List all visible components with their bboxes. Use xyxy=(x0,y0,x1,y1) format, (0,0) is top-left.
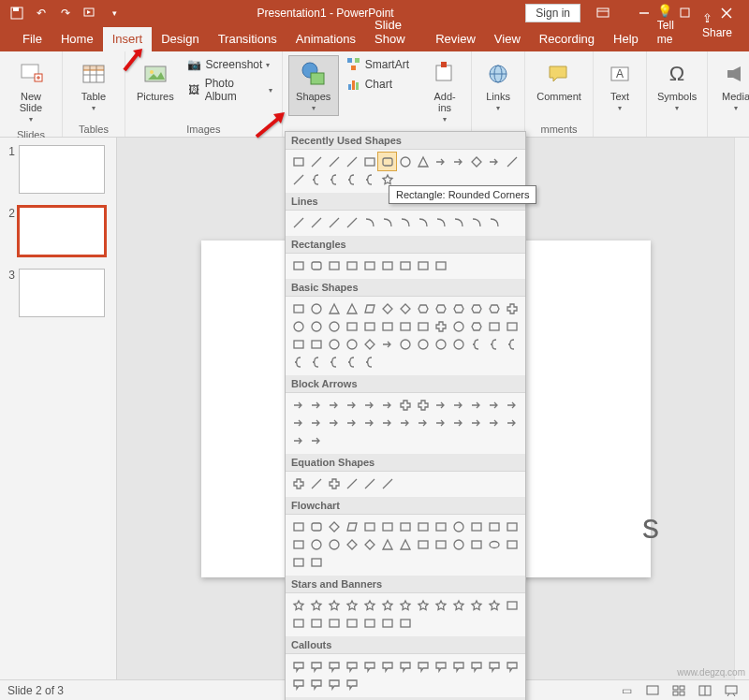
shape-item[interactable] xyxy=(289,317,307,335)
shape-item[interactable] xyxy=(360,474,378,492)
shape-item[interactable] xyxy=(396,414,414,431)
shape-item[interactable] xyxy=(325,596,343,614)
symbols-button[interactable]: Ω Symbols ▾ xyxy=(653,55,701,116)
shape-item[interactable] xyxy=(432,213,449,231)
normal-view-icon[interactable] xyxy=(642,682,663,699)
tell-me[interactable]: 💡 Tell me xyxy=(648,0,693,51)
qat-customize-icon[interactable]: ▾ xyxy=(103,2,125,24)
shape-item[interactable] xyxy=(325,335,343,353)
shape-item[interactable] xyxy=(307,474,325,492)
shape-item[interactable] xyxy=(378,396,396,414)
shape-item[interactable] xyxy=(360,299,378,317)
shape-item[interactable] xyxy=(503,414,521,431)
shape-item[interactable] xyxy=(343,335,360,353)
shape-item[interactable] xyxy=(432,657,449,675)
shape-item[interactable] xyxy=(307,213,325,231)
shape-item[interactable] xyxy=(343,213,360,231)
shape-item[interactable] xyxy=(289,657,307,675)
shape-item[interactable] xyxy=(432,596,449,614)
shape-item[interactable] xyxy=(378,535,396,553)
shape-item[interactable] xyxy=(467,657,485,675)
shape-item[interactable] xyxy=(414,256,432,274)
shape-item[interactable] xyxy=(378,335,396,353)
tab-file[interactable]: File xyxy=(13,27,51,51)
shape-item[interactable] xyxy=(360,518,378,535)
shape-item[interactable] xyxy=(343,535,360,553)
tab-recording[interactable]: Recording xyxy=(530,27,604,51)
shape-item[interactable] xyxy=(378,414,396,431)
shapes-button[interactable]: Shapes ▾ xyxy=(288,55,339,116)
shape-item[interactable] xyxy=(343,657,360,675)
shape-item[interactable] xyxy=(289,675,307,693)
shape-item[interactable] xyxy=(307,256,325,274)
shape-item[interactable] xyxy=(396,596,414,614)
ribbon-display-icon[interactable] xyxy=(584,0,622,26)
shape-item[interactable] xyxy=(307,535,325,553)
shape-item[interactable] xyxy=(307,335,325,353)
shape-item[interactable] xyxy=(414,535,432,553)
shape-item[interactable] xyxy=(467,414,485,431)
shape-item[interactable] xyxy=(396,317,414,335)
shape-item[interactable] xyxy=(325,474,343,492)
shape-item[interactable] xyxy=(289,396,307,414)
shape-item[interactable] xyxy=(325,153,343,170)
text-button[interactable]: A Text ▾ xyxy=(599,55,640,116)
shape-item[interactable] xyxy=(449,535,467,553)
shape-item[interactable] xyxy=(360,170,378,188)
thumbnail-1[interactable] xyxy=(19,145,105,194)
shape-item[interactable] xyxy=(378,518,396,535)
tab-animations[interactable]: Animations xyxy=(286,27,365,51)
shape-item[interactable] xyxy=(325,317,343,335)
shape-item[interactable] xyxy=(289,353,307,371)
shape-item[interactable] xyxy=(449,213,467,231)
shape-item[interactable] xyxy=(432,335,449,353)
shape-item[interactable] xyxy=(485,657,503,675)
undo-icon[interactable]: ↶ xyxy=(30,2,52,24)
sign-in-button[interactable]: Sign in xyxy=(525,4,580,22)
shape-item[interactable] xyxy=(289,596,307,614)
shape-item[interactable] xyxy=(432,256,449,274)
shape-item[interactable] xyxy=(396,657,414,675)
shape-item[interactable] xyxy=(307,675,325,693)
comment-button[interactable]: Comment xyxy=(531,55,587,106)
shape-item[interactable] xyxy=(503,535,521,553)
shape-item[interactable] xyxy=(289,614,307,632)
shape-item[interactable] xyxy=(414,335,432,353)
redo-icon[interactable]: ↷ xyxy=(54,2,77,24)
tab-help[interactable]: Help xyxy=(604,27,648,51)
shape-item[interactable] xyxy=(289,335,307,353)
shape-item[interactable] xyxy=(414,657,432,675)
shape-item[interactable] xyxy=(414,518,432,535)
shape-item[interactable] xyxy=(485,518,503,535)
shape-item[interactable] xyxy=(307,518,325,535)
shape-item[interactable] xyxy=(289,431,307,449)
thumbnail-3[interactable] xyxy=(19,269,105,317)
shape-item[interactable] xyxy=(360,396,378,414)
shape-item[interactable] xyxy=(396,535,414,553)
shape-item[interactable] xyxy=(343,353,360,371)
shape-item[interactable] xyxy=(325,518,343,535)
shape-item[interactable] xyxy=(414,396,432,414)
shape-item[interactable] xyxy=(343,299,360,317)
shape-item[interactable] xyxy=(396,396,414,414)
shape-item[interactable] xyxy=(289,414,307,431)
sorter-view-icon[interactable] xyxy=(668,682,689,699)
shape-item[interactable] xyxy=(467,518,485,535)
shape-item[interactable] xyxy=(467,317,485,335)
shape-item[interactable] xyxy=(289,518,307,535)
shape-item[interactable] xyxy=(307,170,325,188)
shape-item[interactable] xyxy=(467,335,485,353)
shape-item[interactable] xyxy=(343,596,360,614)
shape-item[interactable] xyxy=(360,614,378,632)
shape-item[interactable] xyxy=(485,414,503,431)
shape-item[interactable] xyxy=(289,213,307,231)
shape-item[interactable] xyxy=(343,317,360,335)
shape-item[interactable] xyxy=(414,213,432,231)
shape-item[interactable] xyxy=(467,535,485,553)
shape-item[interactable] xyxy=(325,256,343,274)
shape-item[interactable] xyxy=(307,153,325,170)
shape-item[interactable] xyxy=(432,518,449,535)
shape-item[interactable] xyxy=(485,317,503,335)
shape-item[interactable] xyxy=(432,414,449,431)
shape-item[interactable] xyxy=(378,596,396,614)
